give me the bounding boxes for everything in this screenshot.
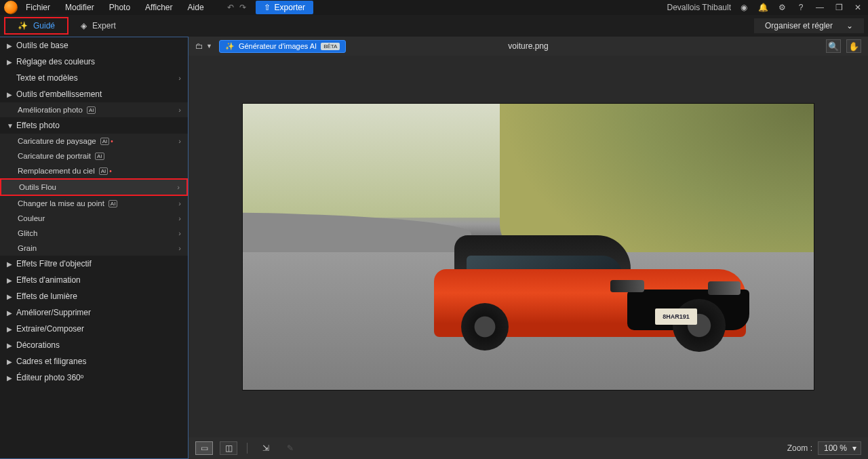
sidebar-sky-replace[interactable]: Remplacement du cielAI• xyxy=(0,163,188,178)
chevron-down-icon: ▾ xyxy=(852,443,856,453)
filename-label: voiture.png xyxy=(508,41,548,51)
zoom-value: 100 % xyxy=(824,443,847,453)
folder-icon: 🗀 xyxy=(195,41,203,51)
sidebar-basic-tools[interactable]: Outils de base xyxy=(0,37,188,54)
zoom-select[interactable]: 100 % ▾ xyxy=(818,441,861,455)
sidebar-photo-enhance[interactable]: Amélioration photoAI› xyxy=(0,102,188,117)
pan-tool-icon[interactable]: ✋ xyxy=(846,39,861,53)
view-compare-button[interactable]: ◫ xyxy=(220,441,237,455)
organize-button[interactable]: Organiser et régler ⌄ xyxy=(754,18,864,33)
sidebar-extract-compose[interactable]: Extraire/Composer xyxy=(0,321,188,337)
sidebar-animation[interactable]: Effets d'animation xyxy=(0,272,188,288)
sidebar-editor-360[interactable]: Éditeur photo 360º xyxy=(0,370,188,386)
organize-label: Organiser et régler xyxy=(765,21,833,31)
help-icon[interactable]: ? xyxy=(795,1,807,14)
sidebar-decorations[interactable]: Décorations xyxy=(0,337,188,353)
menu-edit[interactable]: Modifier xyxy=(62,1,97,14)
menu-view[interactable]: Afficher xyxy=(142,1,175,14)
mode-guided-label: Guidé xyxy=(33,21,55,31)
chevron-down-icon: ▼ xyxy=(206,43,212,49)
minimize-icon[interactable]: — xyxy=(814,1,826,14)
canvas-footer: ▭ ◫ ⇲ ✎ Zoom : 100 % ▾ xyxy=(189,437,868,459)
new-indicator: • xyxy=(111,138,113,145)
fit-view-icon[interactable]: ⇲ xyxy=(257,441,275,455)
titlebar-right: Devallois Thibault ◉ 🔔 ⚙ ? — ❐ ✕ xyxy=(667,1,865,14)
menu-help[interactable]: Aide xyxy=(185,1,207,14)
license-plate: 8HAR191 xyxy=(655,308,697,325)
beta-badge: BÊTA xyxy=(321,43,340,50)
sidebar-focus-change[interactable]: Changer la mise au pointAI› xyxy=(0,196,188,211)
canvas-toolbar: 🗀 ▼ ✨ Générateur d'images AI BÊTA voitur… xyxy=(189,37,868,56)
app-logo xyxy=(4,1,18,14)
close-icon[interactable]: ✕ xyxy=(852,1,864,14)
ai-sparkle-icon: ✨ xyxy=(225,42,235,51)
layers-icon: ◈ xyxy=(81,21,87,31)
redo-icon[interactable]: ↷ xyxy=(239,3,246,12)
sidebar-portrait-caricature[interactable]: Caricature de portraitAI xyxy=(0,148,188,163)
export-button[interactable]: ⇧ Exporter xyxy=(256,1,313,14)
ai-badge: AI xyxy=(87,106,96,114)
sidebar: Outils de base Réglage des couleurs Text… xyxy=(0,37,189,459)
sidebar-grain[interactable]: Grain› xyxy=(0,241,188,256)
sidebar-landscape-caricature[interactable]: Caricature de paysageAI•› xyxy=(0,134,188,148)
sidebar-glitch[interactable]: Glitch› xyxy=(0,226,188,241)
history-controls: ↶ ↷ xyxy=(227,3,246,12)
sidebar-beautify[interactable]: Outils d'embellissement xyxy=(0,86,188,102)
chevron-down-icon: ⌄ xyxy=(846,21,853,31)
sidebar-photo-effects[interactable]: Effets photo xyxy=(0,117,188,134)
main-menu: Fichier Modifier Photo Afficher Aide xyxy=(23,1,207,14)
ai-generator-label: Générateur d'images AI xyxy=(239,42,317,50)
view-single-button[interactable]: ▭ xyxy=(195,441,213,455)
undo-icon[interactable]: ↶ xyxy=(227,3,234,12)
bell-icon[interactable]: 🔔 xyxy=(757,1,769,14)
wand-icon: ✨ xyxy=(18,21,28,31)
zoom-tool-icon[interactable]: 🔍 xyxy=(826,39,841,53)
car-illustration: 8HAR191 xyxy=(434,215,746,357)
export-icon: ⇧ xyxy=(264,3,271,12)
sidebar-text-templates[interactable]: Texte et modèles› xyxy=(0,70,188,86)
image-preview: 8HAR191 xyxy=(242,103,814,391)
paint-tool-icon[interactable]: ✎ xyxy=(281,441,299,455)
ai-generator-button[interactable]: ✨ Générateur d'images AI BÊTA xyxy=(219,40,347,53)
mode-tab-guided[interactable]: ✨ Guidé xyxy=(4,17,68,35)
menu-file[interactable]: Fichier xyxy=(23,1,53,14)
maximize-icon[interactable]: ❐ xyxy=(833,1,845,14)
sidebar-color-effect[interactable]: Couleur› xyxy=(0,211,188,226)
sidebar-lens-filter[interactable]: Effets Filtre d'objectif xyxy=(0,256,188,272)
export-label: Exporter xyxy=(275,3,305,12)
sidebar-color-adjust[interactable]: Réglage des couleurs xyxy=(0,54,188,70)
user-icon[interactable]: ◉ xyxy=(738,1,750,14)
menu-photo[interactable]: Photo xyxy=(106,1,133,14)
canvas-viewport[interactable]: 8HAR191 xyxy=(189,56,868,437)
mode-expert-label: Expert xyxy=(92,21,116,31)
mode-tab-expert[interactable]: ◈ Expert xyxy=(68,18,128,33)
user-name-label: Devallois Thibault xyxy=(667,3,732,12)
mode-bar: ✨ Guidé ◈ Expert Organiser et régler ⌄ xyxy=(0,15,868,37)
sidebar-blur-tools[interactable]: Outils Flou› xyxy=(0,178,188,196)
sidebar-improve-remove[interactable]: Améliorer/Supprimer xyxy=(0,304,188,321)
zoom-label: Zoom : xyxy=(787,443,812,453)
gear-icon[interactable]: ⚙ xyxy=(776,1,788,14)
sidebar-light[interactable]: Effets de lumière xyxy=(0,288,188,304)
canvas-area: 🗀 ▼ ✨ Générateur d'images AI BÊTA voitur… xyxy=(189,37,868,459)
title-bar: Fichier Modifier Photo Afficher Aide ↶ ↷… xyxy=(0,0,868,15)
sidebar-frames[interactable]: Cadres et filigranes xyxy=(0,353,188,370)
folder-button[interactable]: 🗀 ▼ xyxy=(195,41,212,51)
